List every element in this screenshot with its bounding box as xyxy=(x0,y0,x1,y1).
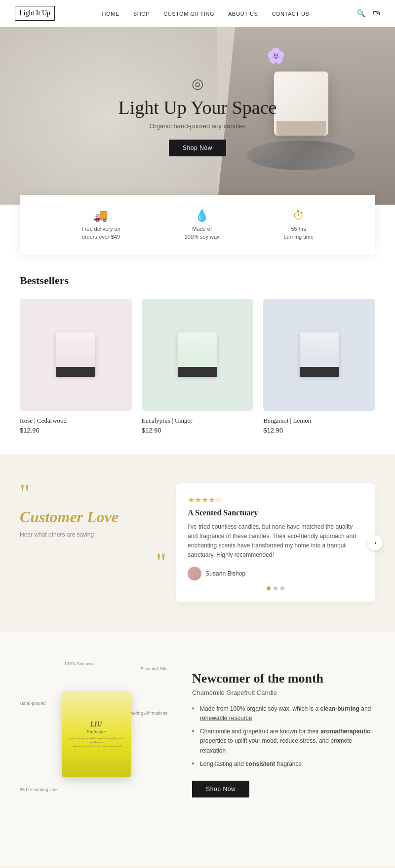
bestsellers-title: Bestsellers xyxy=(20,274,375,287)
nav-links: HOME SHOP CUSTOM GIFTING ABOUT US CONTAC… xyxy=(102,9,310,18)
review-stars: ★★★★☆ xyxy=(188,495,363,505)
newcomer-shop-now-button[interactable]: Shop Now xyxy=(192,781,249,797)
review-dot-3[interactable] xyxy=(280,586,284,590)
review-card: ★★★★☆ A Scented Sanctuary I've tried cou… xyxy=(176,483,375,603)
review-dot-1[interactable] xyxy=(267,586,271,590)
hero-content: ◎ Light Up Your Space Organic hand-poure… xyxy=(118,75,277,156)
feature-burn-text2: burning time xyxy=(284,234,314,240)
review-dot-2[interactable] xyxy=(274,586,277,590)
soy-icon: 💧 xyxy=(185,209,220,222)
hero-subtitle: Organic hand-poured soy candles xyxy=(118,122,277,130)
product-image-bergamot xyxy=(263,299,375,411)
product-name-bergamot: Bergamot | Lemon xyxy=(263,417,375,425)
nav-icons: 🔍 🛍 xyxy=(356,9,380,18)
product-price-eucalyptus: $12.90 xyxy=(142,427,254,434)
hero-section: 🌸 ◎ Light Up Your Space Organic hand-pou… xyxy=(0,27,395,205)
feature-burn: ⏱ 55 hrs burning time xyxy=(284,209,314,241)
product-price-bergamot: $12.90 xyxy=(263,427,375,434)
feature-soy-text1: Made of xyxy=(192,226,212,232)
product-name-eucalyptus: Eucalyptus | Ginger xyxy=(142,417,254,425)
review-text: I've tried countless candles, but none h… xyxy=(188,522,363,560)
newcomer-subtitle: Chamomile Grapefruit Candle xyxy=(192,689,375,696)
review-next-button[interactable]: › xyxy=(368,536,383,550)
features-bar: 🚚 Free delivery on orders over $49 💧 Mad… xyxy=(20,195,375,254)
product-price-rose: $12.90 xyxy=(20,427,132,434)
product-card-bergamot[interactable]: Bergamot | Lemon $12.90 xyxy=(263,299,375,434)
customer-love-section: " Customer Love Hear what others are say… xyxy=(0,454,395,632)
logo-line1: Light It xyxy=(19,9,40,17)
bullet-1: Made from 100% organic soy wax, which is… xyxy=(192,704,375,723)
newcomer-bullets: Made from 100% organic soy wax, which is… xyxy=(192,704,375,769)
search-icon[interactable]: 🔍 xyxy=(356,9,366,18)
hero-icon: ◎ xyxy=(118,75,277,92)
annotation-hand: Hand-poured xyxy=(20,701,46,706)
annotation-oils: Essential Oils xyxy=(141,666,168,671)
newcomer-title: Newcomer of the month xyxy=(192,671,375,686)
customer-love-subtitle: Hear what others are saying xyxy=(20,531,166,538)
products-grid: Rose | Cedarwood $12.90 Eucalyptus | Gin… xyxy=(20,299,375,434)
bestsellers-section: Bestsellers Rose | Cedarwood $12.90 Euca… xyxy=(0,254,395,454)
nav-custom-gifting[interactable]: CUSTOM GIFTING xyxy=(163,11,214,17)
product-card-rose[interactable]: Rose | Cedarwood $12.90 xyxy=(20,299,132,434)
nav-shop[interactable]: SHOP xyxy=(133,11,150,17)
newcomer-image-wrap: 100% Soy wax Essential Oils Hand-poured … xyxy=(20,661,172,807)
product-name-rose: Rose | Cedarwood xyxy=(20,417,132,425)
product-image-eucalyptus xyxy=(142,299,254,411)
product-image-rose xyxy=(20,299,132,411)
bullet-2: Chamomile and grapefruit are known for t… xyxy=(192,727,375,756)
logo: Light It Up xyxy=(15,6,55,21)
feature-soy-text2: 100% soy wax xyxy=(185,234,220,240)
nav-contact[interactable]: CONTACT US xyxy=(272,11,309,17)
feature-delivery-text2: orders over $49 xyxy=(82,234,120,240)
customer-love-title: Customer Love xyxy=(20,508,166,526)
hero-shop-now-button[interactable]: Shop Now xyxy=(169,140,226,156)
review-dots xyxy=(188,586,363,590)
delivery-icon: 🚚 xyxy=(81,209,120,222)
spacer xyxy=(0,836,395,866)
nav-home[interactable]: HOME xyxy=(102,11,119,17)
annotation-soy: 100% Soy wax xyxy=(64,661,94,666)
review-title: A Scented Sanctuary xyxy=(188,508,363,517)
navbar: Light It Up HOME SHOP CUSTOM GIFTING ABO… xyxy=(0,0,395,27)
feature-soy: 💧 Made of 100% soy wax xyxy=(185,209,220,241)
bullet-3: Long-lasting and consistent fragrance xyxy=(192,760,375,769)
product-card-eucalyptus[interactable]: Eucalyptus | Ginger $12.90 xyxy=(142,299,254,434)
quote-close-icon: " xyxy=(20,548,166,577)
hero-title: Light Up Your Space xyxy=(118,97,277,118)
feature-burn-text1: 55 hrs xyxy=(291,226,306,232)
nav-about[interactable]: ABOUT US xyxy=(228,11,258,17)
customer-love-left: " Customer Love Hear what others are say… xyxy=(20,483,176,603)
reviewer: Susann Bishop xyxy=(188,567,363,580)
reviewer-name: Susann Bishop xyxy=(205,570,245,577)
cart-icon[interactable]: 🛍 xyxy=(373,9,380,18)
quote-open-icon: " xyxy=(20,483,166,503)
feature-delivery: 🚚 Free delivery on orders over $49 xyxy=(81,209,120,241)
logo-line2: Up xyxy=(42,9,50,17)
reviewer-avatar xyxy=(188,567,201,580)
annotation-burn: 55 hrs burning time xyxy=(20,787,58,792)
feature-delivery-text1: Free delivery on xyxy=(81,226,120,232)
footer: ◎ LIU Customer Care DELIVERY RETURNS & E… xyxy=(0,866,395,868)
newcomer-info: Newcomer of the month Chamomile Grapefru… xyxy=(192,671,375,797)
burn-icon: ⏱ xyxy=(284,209,314,222)
newcomer-section: 100% Soy wax Essential Oils Hand-poured … xyxy=(0,632,395,836)
